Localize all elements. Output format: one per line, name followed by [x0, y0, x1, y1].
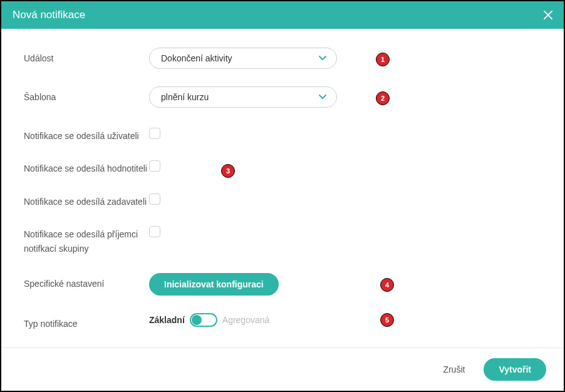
modal-title: Nová notifikace	[13, 9, 85, 21]
type-option-aggregated: Agregovaná	[222, 315, 270, 325]
row-template: Šablona plnění kurzu 2	[24, 86, 541, 108]
modal-header: Nová notifikace	[1, 1, 564, 29]
label-send-group: Notifikace se odesílá příjemci notifkací…	[24, 224, 149, 255]
toggle-knob	[192, 315, 202, 325]
modal-footer: Zrušit Vytvořit	[1, 348, 564, 391]
select-template[interactable]: plnění kurzu	[149, 86, 337, 108]
label-type: Typ notifikace	[24, 313, 149, 331]
checkbox-send-assigner[interactable]	[149, 193, 160, 205]
row-event: Událost Dokončení aktivity 1	[24, 48, 541, 69]
select-event-value: Dokončení aktivity	[161, 53, 232, 63]
label-send-user: Notifikace se odesílá uživateli	[24, 125, 149, 143]
checkbox-send-evaluator[interactable]	[149, 160, 160, 172]
annotation-badge: 3	[221, 164, 235, 178]
chevron-down-icon	[319, 95, 326, 100]
modal-body: Událost Dokončení aktivity 1 Šablona pln…	[1, 29, 564, 348]
close-icon[interactable]	[544, 9, 552, 21]
label-event: Událost	[24, 48, 149, 65]
row-specific: Specifické nastavení Inicializovat konfi…	[24, 273, 541, 296]
new-notification-modal: Nová notifikace Událost Dokončení aktivi…	[1, 1, 564, 391]
create-button[interactable]: Vytvořit	[484, 358, 546, 381]
label-send-assigner: Notifikace se odesílá zadavateli	[24, 191, 149, 209]
init-config-button[interactable]: Inicializovat konfiguraci	[149, 273, 279, 296]
type-toggle-wrap: Základní Agregovaná	[149, 313, 269, 327]
row-send-evaluator: Notifikace se odesílá hodnotiteli 3	[24, 158, 541, 175]
cancel-button[interactable]: Zrušit	[440, 359, 467, 379]
label-specific: Specifické nastavení	[24, 273, 149, 291]
annotation-badge: 5	[380, 313, 394, 327]
type-option-basic: Základní	[149, 315, 185, 325]
row-send-group: Notifikace se odesílá příjemci notifkací…	[24, 224, 541, 255]
row-type: Typ notifikace Základní Agregovaná 5	[24, 313, 541, 331]
row-send-user: Notifikace se odesílá uživateli	[24, 125, 541, 143]
checkbox-send-user[interactable]	[149, 128, 160, 139]
annotation-badge: 2	[376, 91, 390, 105]
select-template-value: plnění kurzu	[161, 92, 209, 102]
row-send-assigner: Notifikace se odesílá zadavateli	[24, 191, 541, 209]
annotation-badge: 4	[380, 278, 394, 292]
type-toggle[interactable]	[190, 313, 217, 327]
checkbox-send-group[interactable]	[149, 226, 160, 237]
select-event[interactable]: Dokončení aktivity	[149, 48, 337, 69]
label-send-evaluator: Notifikace se odesílá hodnotiteli	[24, 158, 149, 175]
label-template: Šablona	[24, 86, 149, 104]
annotation-badge: 1	[376, 53, 390, 66]
chevron-down-icon	[319, 56, 326, 61]
